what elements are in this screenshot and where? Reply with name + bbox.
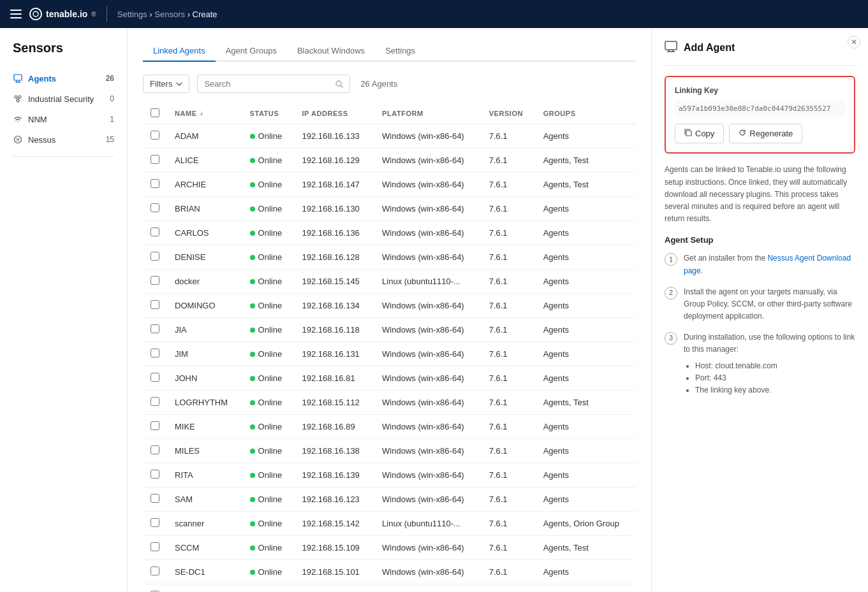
row-status: Online (242, 366, 295, 391)
tab-agent-groups[interactable]: Agent Groups (216, 41, 287, 62)
row-checkbox[interactable] (151, 227, 159, 236)
row-checkbox[interactable] (151, 470, 159, 479)
sidebar-item-industrial-security[interactable]: Industrial Security 0 (0, 89, 127, 109)
row-platform: Windows (win-x86-64) (374, 124, 482, 148)
tab-linked-agents[interactable]: Linked Agents (143, 41, 216, 62)
breadcrumb-sensors[interactable]: Sensors (154, 10, 185, 19)
linking-key-section: Linking Key a597a1b093e30e08c7da0c04479d… (665, 76, 855, 154)
row-platform: Linux (ubuntu1110-... (374, 512, 482, 536)
row-version: 7.6.1 (482, 536, 536, 560)
row-version: 7.6.1 (482, 173, 536, 197)
row-platform: Windows (win-x86-64) (374, 197, 482, 221)
row-checkbox-cell (143, 487, 167, 512)
wifi-icon (13, 114, 23, 124)
download-page-link[interactable]: Nessus Agent Download page. (684, 254, 851, 275)
filters-dropdown[interactable]: Filters (143, 75, 189, 93)
table-row: CARLOS Online 192.168.16.136 Windows (wi… (143, 221, 636, 245)
close-button[interactable]: ✕ (848, 36, 860, 48)
row-checkbox[interactable] (151, 397, 159, 406)
sidebar-item-agents[interactable]: Agents 26 (0, 68, 127, 89)
nessus-count: 15 (106, 135, 114, 144)
row-checkbox[interactable] (151, 494, 159, 503)
row-ip: 192.168.16.118 (294, 318, 374, 342)
table-row: SCCM Online 192.168.15.109 Windows (win-… (143, 536, 636, 560)
row-checkbox[interactable] (151, 252, 159, 261)
header-checkbox-cell (143, 103, 167, 124)
setup-step-1: 1 Get an installer from the Nessus Agent… (665, 252, 855, 277)
row-status: Online (242, 391, 295, 415)
row-checkbox[interactable] (151, 179, 159, 188)
row-checkbox-cell (143, 270, 167, 294)
row-checkbox-cell (143, 221, 167, 245)
status-text: Online (258, 495, 283, 504)
row-status: Online (242, 245, 295, 270)
sidebar-item-nnm[interactable]: NNM 1 (0, 109, 127, 129)
panel-title: Add Agent (665, 41, 855, 66)
row-checkbox[interactable] (151, 421, 159, 430)
row-checkbox-cell (143, 245, 167, 270)
row-status: Online (242, 197, 295, 221)
tab-settings[interactable]: Settings (375, 41, 425, 62)
table-row: DOMINGO Online 192.168.16.134 Windows (w… (143, 294, 636, 318)
col-name: NAME (167, 103, 242, 124)
row-name: SAM (167, 487, 242, 512)
row-platform: Windows (win-x86-64) (374, 487, 482, 512)
select-all-checkbox[interactable] (151, 108, 159, 117)
row-checkbox[interactable] (151, 155, 159, 164)
row-platform: Windows (win-x86-64) (374, 536, 482, 560)
row-groups: Agents, Test (536, 391, 636, 415)
row-checkbox[interactable] (151, 518, 159, 527)
hamburger-menu[interactable] (10, 10, 22, 18)
row-checkbox[interactable] (151, 324, 159, 333)
status-dot (250, 570, 255, 575)
row-status: Online (242, 318, 295, 342)
logo-suffix: ® (91, 11, 96, 18)
row-version: 7.6.1 (482, 463, 536, 487)
row-checkbox[interactable] (151, 203, 159, 212)
row-checkbox[interactable] (151, 349, 159, 357)
search-input[interactable] (204, 79, 332, 89)
topnav: tenable.io ® Settings › Sensors › Create (0, 0, 868, 28)
row-checkbox[interactable] (151, 542, 159, 551)
regenerate-button[interactable]: Regenerate (729, 124, 802, 143)
step-3-bullets: Host: cloud.tenable.com Port: 443 The li… (686, 360, 855, 397)
row-checkbox[interactable] (151, 445, 159, 454)
sort-icon (199, 111, 204, 116)
row-checkbox-cell (143, 342, 167, 366)
breadcrumb: Settings › Sensors › Create (117, 10, 217, 19)
row-name: DENISE (167, 245, 242, 270)
agents-table: NAME STATUS IP ADDRESS PLATFORM VERSION … (143, 103, 636, 592)
table-row: SAM Online 192.168.16.123 Windows (win-x… (143, 487, 636, 512)
chevron-down-icon (176, 82, 182, 86)
breadcrumb-settings[interactable]: Settings (117, 10, 147, 19)
row-groups: Agents (536, 439, 636, 463)
table-row: MIKE Online 192.168.16.89 Windows (win-x… (143, 415, 636, 439)
row-checkbox-cell (143, 366, 167, 391)
row-checkbox[interactable] (151, 131, 159, 140)
row-name: ALICE (167, 148, 242, 173)
row-checkbox[interactable] (151, 276, 159, 285)
copy-icon (684, 129, 692, 138)
row-platform: Windows (win-x86-64) (374, 584, 482, 593)
row-groups: Agents (536, 318, 636, 342)
tab-blackout-windows[interactable]: Blackout Windows (287, 41, 375, 62)
status-dot (250, 545, 255, 551)
row-checkbox[interactable] (151, 300, 159, 309)
nav-divider (107, 6, 107, 22)
row-ip: 192.168.16.136 (294, 221, 374, 245)
industrial-icon (13, 94, 23, 104)
row-checkbox[interactable] (151, 373, 159, 382)
search-box[interactable] (197, 75, 350, 93)
row-checkbox[interactable] (151, 567, 159, 575)
row-name: SE-DC2 (167, 584, 242, 593)
sidebar-item-nessus[interactable]: Nessus 15 (0, 129, 127, 150)
row-ip: 192.168.16.134 (294, 294, 374, 318)
status-text: Online (258, 155, 283, 165)
copy-button[interactable]: Copy (675, 124, 724, 143)
status-dot (250, 473, 255, 478)
logo: tenable.io ® (29, 8, 96, 20)
row-name: JIA (167, 318, 242, 342)
name-sort[interactable]: NAME (175, 110, 204, 117)
setup-step-2: 2 Install the agent on your targets manu… (665, 286, 855, 323)
row-status: Online (242, 270, 295, 294)
